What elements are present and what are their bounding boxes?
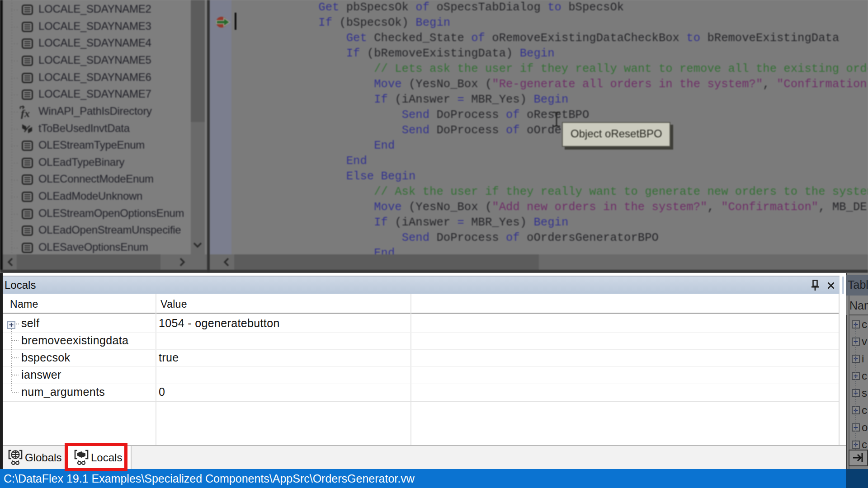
- svg-text:fx: fx: [21, 108, 30, 119]
